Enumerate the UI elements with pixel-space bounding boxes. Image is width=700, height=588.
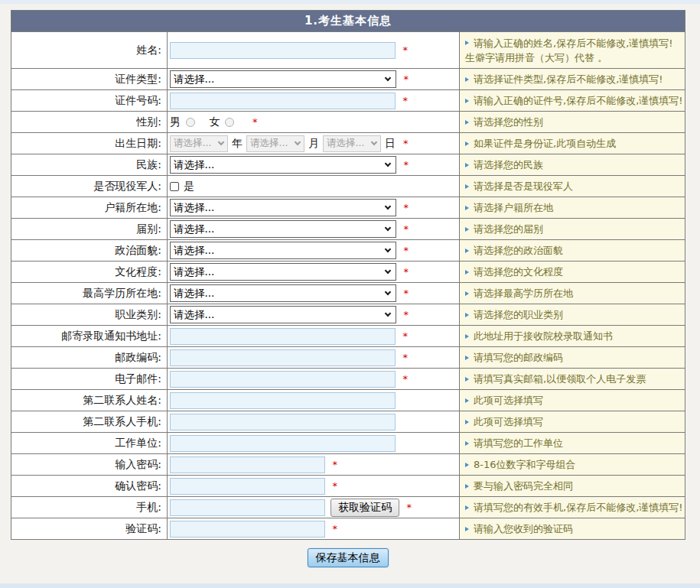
form-row-id-number: 证件号码: * 请输入正确的证件号,保存后不能修改,谨慎填写!	[11, 90, 685, 112]
form-row-political-status: 政治面貌: 请选择... * 请选择您的政治面貌	[11, 240, 685, 262]
hint-bullet-icon	[465, 484, 469, 489]
form-row-household-location: 户籍所在地: 请选择... * 请选择户籍所在地	[11, 197, 685, 219]
name-input[interactable]	[170, 42, 396, 59]
hint-bullet-icon	[465, 441, 469, 446]
phone-input[interactable]	[170, 499, 325, 516]
section-title: 1.考生基本信息	[11, 11, 685, 32]
hint-bullet-icon	[465, 77, 469, 82]
highest-education-location-select[interactable]: 请选择...	[170, 284, 396, 302]
hint-text: 请输入您收到的验证码	[474, 521, 573, 536]
id-number-input[interactable]	[170, 93, 396, 109]
hint-text: 请选择您的届别	[474, 222, 543, 236]
gender-radio-female[interactable]	[225, 118, 234, 127]
email-input[interactable]	[170, 371, 396, 388]
form-row-name: 姓名: * 请输入正确的姓名,保存后不能修改,谨慎填写! 生僻字请用拼音（大写）…	[11, 32, 685, 69]
form-row-highest-education-location: 最高学历所在地: 请选择... * 请选择最高学历所在地	[11, 283, 685, 304]
field-label: 届别:	[11, 219, 168, 240]
required-marker: *	[402, 95, 408, 106]
hint-text: 此项可选择填写	[474, 393, 543, 408]
form-row-confirm-password: 确认密码: * 要与输入密码完全相同	[11, 476, 685, 497]
bottom-strip	[0, 583, 700, 588]
work-unit-input[interactable]	[170, 435, 396, 452]
field-label: 是否现役军人:	[11, 176, 168, 197]
hint-bullet-icon	[465, 141, 469, 146]
field-label: 最高学历所在地:	[11, 283, 168, 304]
form-row-mailing-address: 邮寄录取通知书地址: * 此地址用于接收院校录取通知书	[11, 326, 685, 347]
unit-month: 月	[308, 137, 319, 149]
form-row-occupation: 职业类别: 请选择... * 请选择您的职业类别	[11, 304, 685, 326]
page-content: 1.考生基本信息 姓名: * 请输入正确的姓名,保存后不能修改,谨慎填写! 生僻…	[0, 4, 700, 567]
form-row-gender: 性别: 男 女 * 请选择您的性别	[11, 112, 685, 133]
hint-bullet-icon	[465, 377, 469, 382]
hint-bullet-icon	[465, 249, 469, 253]
second-contact-phone-input[interactable]	[170, 414, 396, 430]
occupation-select[interactable]: 请选择...	[170, 306, 396, 323]
form-row-ethnicity: 民族: 请选择... * 请选择您的民族	[11, 154, 685, 176]
political-status-select[interactable]: 请选择...	[170, 242, 396, 259]
field-label: 民族:	[11, 154, 168, 176]
field-label: 手机:	[11, 497, 168, 518]
gender-option-female-label: 女	[209, 115, 220, 128]
hint-text: 如果证件是身份证,此项自动生成	[474, 136, 616, 151]
candidate-info-table: 1.考生基本信息 姓名: * 请输入正确的姓名,保存后不能修改,谨慎填写! 生僻…	[11, 10, 685, 540]
required-marker: *	[403, 138, 409, 149]
save-button[interactable]: 保存基本信息	[308, 548, 389, 567]
hint-bullet-icon	[465, 120, 469, 125]
form-row-postal-code: 邮政编码: * 请填写您的邮政编码	[11, 347, 685, 369]
chevron-down-icon	[385, 289, 391, 295]
verification-code-input[interactable]	[170, 521, 325, 538]
form-row-verification-code: 验证码: * 请输入您收到的验证码	[11, 518, 685, 540]
hint-bullet-icon	[465, 206, 469, 210]
hint-text: 请填写您的工作单位	[474, 436, 563, 450]
hint-text: 请选择最高学历所在地	[474, 286, 573, 300]
field-label: 证件号码:	[11, 90, 168, 112]
form-row-education-level: 文化程度: 请选择... * 请选择您的文化程度	[11, 262, 685, 283]
hint-bullet-icon	[465, 356, 469, 360]
chevron-down-icon	[385, 75, 391, 81]
gender-radio-male[interactable]	[186, 118, 195, 127]
required-marker: *	[403, 245, 409, 256]
gender-option-male-label: 男	[170, 115, 181, 128]
hint-text: 请选择您的文化程度	[474, 265, 563, 279]
postal-code-input[interactable]	[170, 349, 396, 366]
military-checkbox[interactable]	[170, 182, 179, 191]
graduation-class-select[interactable]: 请选择...	[170, 220, 396, 238]
hint-bullet-icon	[465, 41, 469, 45]
get-verification-code-button[interactable]: 获取验证码	[330, 499, 399, 517]
field-label: 文化程度:	[11, 262, 168, 283]
hint-bullet-icon	[465, 313, 469, 317]
chevron-down-icon	[385, 225, 391, 231]
hint-text: 请填写您的有效手机,保存后不能修改,谨慎填写!	[474, 500, 682, 515]
hint-bullet-icon	[465, 270, 469, 275]
hint-text: 请输入正确的姓名,保存后不能修改,谨慎填写!	[474, 36, 672, 50]
required-marker: *	[403, 73, 409, 85]
field-label: 确认密码:	[11, 476, 168, 497]
second-contact-name-input[interactable]	[170, 392, 396, 409]
id-type-select[interactable]: 请选择...	[170, 70, 396, 88]
required-marker: *	[402, 330, 408, 342]
required-marker: *	[402, 352, 408, 363]
confirm-password-input[interactable]	[170, 478, 325, 495]
education-level-select[interactable]: 请选择...	[170, 263, 396, 281]
field-label: 第二联系人姓名:	[11, 390, 168, 411]
chevron-down-icon	[385, 310, 391, 317]
ethnicity-select[interactable]: 请选择...	[170, 156, 396, 174]
password-input[interactable]	[170, 456, 325, 473]
household-location-select[interactable]: 请选择...	[170, 199, 396, 216]
birth-year-select[interactable]: 请选择...	[170, 135, 228, 152]
hint-bullet-icon	[465, 527, 469, 531]
hint-bullet-icon	[465, 420, 469, 424]
mailing-address-input[interactable]	[170, 328, 396, 345]
birth-month-select[interactable]: 请选择...	[246, 135, 304, 152]
required-marker: *	[403, 159, 409, 171]
hint-text: 要与输入密码完全相同	[474, 479, 573, 493]
hint-bullet-icon	[465, 99, 469, 103]
field-label: 姓名:	[11, 32, 168, 69]
birth-day-select[interactable]: 请选择...	[323, 135, 381, 152]
field-label: 输入密码:	[11, 454, 168, 476]
required-marker: *	[252, 116, 258, 128]
hint-bullet-icon	[465, 163, 469, 167]
hint-text: 请填写真实邮箱,以便领取个人电子发票	[474, 372, 646, 386]
required-marker: *	[403, 202, 409, 213]
hint-bullet-icon	[465, 291, 469, 296]
